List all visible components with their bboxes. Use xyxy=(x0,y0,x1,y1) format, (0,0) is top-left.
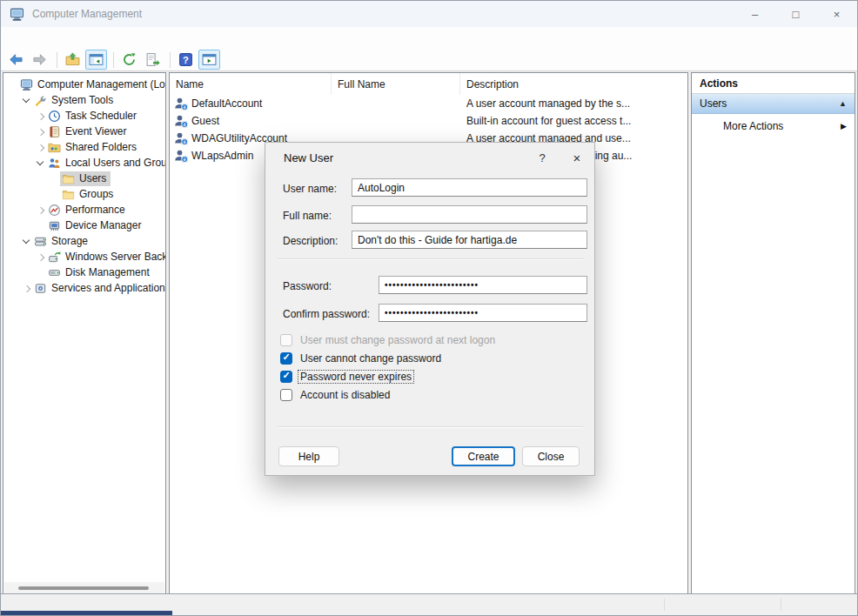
checkbox[interactable] xyxy=(280,371,292,383)
svg-text:?: ? xyxy=(183,54,189,64)
window-title: Computer Management xyxy=(32,8,142,20)
dialog-separator xyxy=(278,426,583,428)
tree-item-icon xyxy=(34,94,47,107)
confirm-password-input[interactable] xyxy=(379,304,587,322)
show-console-tree-button[interactable] xyxy=(85,50,107,70)
back-button[interactable] xyxy=(5,50,27,70)
maximize-button[interactable]: □ xyxy=(775,1,816,27)
user-account-icon xyxy=(174,114,188,128)
tree-item-label: Device Manager xyxy=(65,219,141,231)
tree-item-label: Event Viewer xyxy=(65,125,126,137)
tree-item-label: Storage xyxy=(51,235,88,247)
tree-expander-icon[interactable] xyxy=(35,267,46,278)
confirm-password-label: Confirm password: xyxy=(283,308,370,320)
password-input[interactable] xyxy=(379,276,587,294)
help-button[interactable]: Help xyxy=(278,446,339,466)
tree-item-label: System Tools xyxy=(51,94,113,106)
tree-expander-icon[interactable] xyxy=(7,79,18,90)
checkbox-label: Account is disabled xyxy=(298,389,392,401)
user-account-icon xyxy=(174,131,188,145)
tree-item-windows-server-backup[interactable]: Windows Server Backup xyxy=(3,249,165,264)
forward-button[interactable] xyxy=(29,50,50,70)
tree-item-label: Task Scheduler xyxy=(65,110,137,122)
column-header-description[interactable]: Description xyxy=(460,73,687,95)
fullname-input[interactable] xyxy=(352,205,587,224)
tree-expander-icon[interactable] xyxy=(49,173,60,184)
tree-expander-icon[interactable] xyxy=(21,236,32,247)
more-actions-label: More Actions xyxy=(723,120,841,132)
checkbox[interactable] xyxy=(280,334,292,346)
export-list-button[interactable] xyxy=(142,50,164,70)
tree-item-task-scheduler[interactable]: Task Scheduler xyxy=(3,108,165,124)
app-icon xyxy=(10,7,24,22)
tree-item-storage[interactable]: Storage xyxy=(3,233,165,249)
tree-item-label: Disk Management xyxy=(65,266,150,278)
more-actions[interactable]: More Actions ▶ xyxy=(692,114,855,137)
dialog-title: New User xyxy=(284,151,333,164)
tree-expander-icon[interactable] xyxy=(35,110,46,122)
column-header-fullname[interactable]: Full Name xyxy=(332,73,460,95)
tree-item-label: Performance xyxy=(65,204,125,216)
dialog-help-button[interactable]: ? xyxy=(525,143,560,172)
dialog-close-button[interactable]: × xyxy=(560,143,594,172)
username-input[interactable] xyxy=(352,178,587,197)
table-row-defaultaccount[interactable]: DefaultAccount A user account managed by… xyxy=(170,95,687,112)
tree-item-icon xyxy=(62,188,75,201)
tree-item-computer-management[interactable]: Computer Management (Local xyxy=(3,77,165,92)
fullname-label: Full name: xyxy=(283,210,332,222)
checkbox[interactable] xyxy=(280,389,292,401)
tree-expander-icon[interactable] xyxy=(35,126,46,137)
toolbar: ? xyxy=(1,48,857,71)
dialog-title-bar: New User ? × xyxy=(265,143,594,172)
tree-item-system-tools[interactable]: System Tools xyxy=(3,92,165,108)
tree-expander-icon[interactable] xyxy=(49,189,60,200)
horizontal-scrollbar[interactable] xyxy=(4,582,164,594)
collapse-icon[interactable]: ▲ xyxy=(839,99,847,108)
checkbox[interactable] xyxy=(280,352,292,365)
up-one-level-button[interactable] xyxy=(62,50,84,70)
tree-item-services-and-applications[interactable]: Services and Applications xyxy=(3,280,165,296)
tree-item-icon xyxy=(48,251,61,264)
show-action-pane-button[interactable] xyxy=(198,50,220,70)
tree-item-users[interactable]: Users xyxy=(3,171,165,186)
create-button[interactable]: Create xyxy=(452,446,515,466)
cell-description: A user account managed by the s... xyxy=(460,97,687,110)
user-account-icon xyxy=(174,149,188,163)
menu-file[interactable] xyxy=(4,34,20,41)
close-dialog-button[interactable]: Close xyxy=(522,446,580,466)
tree-expander-icon[interactable] xyxy=(35,204,46,216)
checkbox-label: Password never expires xyxy=(298,371,413,383)
tree-item-event-viewer[interactable]: Event Viewer xyxy=(3,124,165,139)
checkbox-list: User must change password at next logon … xyxy=(280,331,582,404)
checkbox-account-disabled: Account is disabled xyxy=(280,385,582,404)
window-controls: – □ × xyxy=(734,1,857,27)
tree-item-label: Users xyxy=(79,172,106,184)
table-row-guest[interactable]: Guest Built-in account for guest access … xyxy=(170,112,687,130)
menu-bar xyxy=(1,27,857,48)
refresh-button[interactable] xyxy=(118,50,140,70)
tree-expander-icon[interactable] xyxy=(35,251,46,263)
tree-expander-icon[interactable] xyxy=(35,220,46,231)
cell-description: Built-in account for guest access t... xyxy=(460,115,687,127)
tree-item-local-users-and-groups[interactable]: Local Users and Groups xyxy=(3,155,165,171)
tree-item-groups[interactable]: Groups xyxy=(3,186,165,202)
help-toolbar-button[interactable]: ? xyxy=(175,50,197,70)
description-input[interactable] xyxy=(352,231,587,249)
cell-name: Guest xyxy=(191,115,219,127)
tree-item-disk-management[interactable]: Disk Management xyxy=(3,264,165,280)
column-header-name[interactable]: Name xyxy=(170,73,332,95)
menu-help[interactable] xyxy=(51,34,67,41)
minimize-button[interactable]: – xyxy=(734,1,775,27)
tree-expander-icon[interactable] xyxy=(21,283,32,294)
close-button[interactable]: × xyxy=(816,1,857,27)
menu-view[interactable] xyxy=(36,34,51,41)
actions-group-users[interactable]: Users ▲ xyxy=(692,94,855,114)
tree-expander-icon[interactable] xyxy=(21,95,32,106)
tree-expander-icon[interactable] xyxy=(35,142,46,153)
scrollbar-thumb[interactable] xyxy=(18,586,149,590)
tree-expander-icon[interactable] xyxy=(35,157,46,169)
tree-item-performance[interactable]: Performance xyxy=(3,202,165,218)
tree-item-shared-folders[interactable]: Shared Folders xyxy=(3,139,165,155)
tree-item-device-manager[interactable]: Device Manager xyxy=(3,218,165,233)
menu-action[interactable] xyxy=(20,34,36,41)
